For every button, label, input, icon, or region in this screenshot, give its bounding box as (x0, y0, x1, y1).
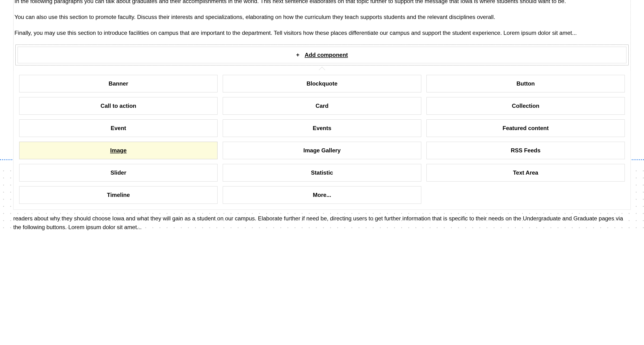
body-paragraph[interactable]: You can also use this section to promote… (14, 12, 630, 21)
component-option-events[interactable]: Events (223, 120, 421, 137)
component-option-label: Card (316, 102, 329, 109)
add-component-bar: + Add component (16, 44, 628, 66)
component-option-rss-feeds[interactable]: RSS Feeds (426, 142, 625, 159)
component-option-banner[interactable]: Banner (19, 75, 218, 92)
editable-content-region[interactable]: In the following paragraphs you can talk… (13, 0, 631, 70)
component-option-statistic[interactable]: Statistic (223, 164, 421, 182)
component-option-label: Image (110, 147, 126, 154)
component-option-label: RSS Feeds (511, 147, 540, 154)
component-option-label: Featured content (502, 125, 549, 131)
add-component-button[interactable]: + Add component (296, 52, 348, 58)
component-option-image-gallery[interactable]: Image Gallery (223, 142, 421, 159)
component-option-button[interactable]: Button (426, 75, 625, 92)
body-paragraph[interactable]: Finally, you may use this section to int… (14, 28, 630, 37)
component-option-label: More... (313, 192, 331, 198)
component-option-label: Timeline (107, 192, 130, 198)
plus-icon: + (296, 52, 300, 58)
component-option-label: Banner (108, 80, 128, 87)
component-option-label: Collection (512, 102, 539, 109)
component-option-event[interactable]: Event (19, 120, 218, 137)
component-option-label: Blockquote (306, 80, 338, 87)
component-option-slider[interactable]: Slider (19, 164, 218, 182)
component-option-text-area[interactable]: Text Area (426, 164, 625, 182)
component-option-image[interactable]: Image (19, 142, 218, 159)
component-option-label: Call to action (100, 102, 136, 109)
component-option-label: Text Area (513, 170, 538, 176)
component-option-label: Statistic (311, 170, 333, 176)
component-picker-dropdown: BannerBlockquoteButtonCall to actionCard… (13, 70, 631, 210)
add-component-label: Add component (305, 52, 348, 58)
body-paragraph[interactable]: In the following paragraphs you can talk… (14, 0, 630, 6)
component-option-label: Button (516, 80, 535, 87)
component-option-collection[interactable]: Collection (426, 97, 625, 115)
component-option-label: Image Gallery (303, 147, 340, 154)
component-option-card[interactable]: Card (223, 97, 421, 115)
component-option-call-to-action[interactable]: Call to action (19, 97, 218, 115)
component-option-timeline[interactable]: Timeline (19, 186, 218, 204)
body-paragraph[interactable]: readers about why they should choose Iow… (0, 210, 644, 232)
component-option-more[interactable]: More... (223, 186, 421, 204)
component-option-label: Events (313, 125, 332, 131)
component-option-label: Slider (110, 170, 126, 176)
component-option-label: Event (111, 125, 126, 131)
component-option-blockquote[interactable]: Blockquote (223, 75, 421, 92)
component-option-featured-content[interactable]: Featured content (426, 120, 625, 137)
